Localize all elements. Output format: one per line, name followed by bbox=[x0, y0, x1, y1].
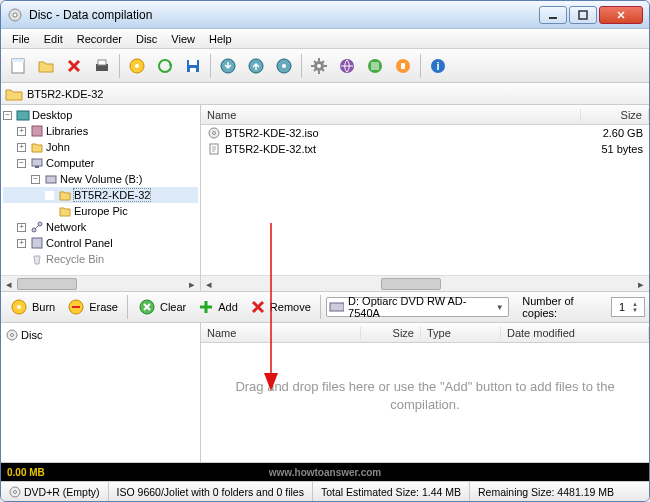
tree-bt5r2[interactable]: BT5R2-KDE-32 bbox=[3, 187, 198, 203]
svg-point-42 bbox=[11, 334, 14, 337]
add-button[interactable]: Add bbox=[193, 295, 242, 319]
copies-spinner[interactable]: ▲▼ bbox=[611, 297, 645, 317]
remove-button[interactable]: Remove bbox=[245, 295, 315, 319]
titlebar: Disc - Data compilation bbox=[1, 1, 649, 29]
svg-point-37 bbox=[17, 305, 21, 309]
size-progress-bar: 0.00 MB www.howtoanswer.com bbox=[1, 463, 649, 481]
comp-list-header: Name Size Type Date modified bbox=[201, 323, 649, 343]
close-button[interactable] bbox=[599, 6, 643, 24]
svg-rect-29 bbox=[46, 176, 56, 183]
svg-rect-2 bbox=[549, 17, 557, 19]
menu-view[interactable]: View bbox=[164, 31, 202, 47]
menu-file[interactable]: File bbox=[5, 31, 37, 47]
status-media: DVD+R (Empty) bbox=[1, 482, 109, 501]
burn-icon[interactable] bbox=[124, 53, 150, 79]
clear-button[interactable]: Clear bbox=[133, 295, 190, 319]
tree-desktop[interactable]: −Desktop bbox=[3, 107, 198, 123]
disc-icon bbox=[207, 126, 221, 140]
maximize-button[interactable] bbox=[569, 6, 597, 24]
menu-recorder[interactable]: Recorder bbox=[70, 31, 129, 47]
settings-icon[interactable] bbox=[306, 53, 332, 79]
svg-point-10 bbox=[159, 60, 171, 72]
file-row[interactable]: BT5R2-KDE-32.iso 2.60 GB bbox=[201, 125, 649, 141]
drop-message: Drag and drop files here or use the "Add… bbox=[201, 378, 649, 414]
tree-john[interactable]: +John bbox=[3, 139, 198, 155]
burn-button[interactable]: Burn bbox=[5, 295, 59, 319]
tree-libraries[interactable]: +Libraries bbox=[3, 123, 198, 139]
watermark: www.howtoanswer.com bbox=[1, 467, 649, 478]
load-icon[interactable] bbox=[215, 53, 241, 79]
status-est: Total Estimated Size: 1.44 MB bbox=[313, 482, 470, 501]
app-icon bbox=[7, 7, 23, 23]
chevron-down-icon: ▼ bbox=[496, 303, 504, 312]
file-list-pane: Name Size BT5R2-KDE-32.iso 2.60 GB BT5R2… bbox=[201, 105, 649, 291]
eject-icon[interactable] bbox=[243, 53, 269, 79]
text-file-icon bbox=[207, 142, 221, 156]
svg-point-1 bbox=[13, 13, 17, 17]
tree-europe[interactable]: Europe Pic bbox=[3, 203, 198, 219]
status-bar: DVD+R (Empty) ISO 9660/Joliet with 0 fol… bbox=[1, 481, 649, 501]
menubar: File Edit Recorder Disc View Help bbox=[1, 29, 649, 49]
erase-button[interactable]: Erase bbox=[62, 295, 122, 319]
svg-rect-12 bbox=[189, 60, 197, 65]
svg-rect-26 bbox=[32, 126, 42, 136]
folder-tree-pane: −Desktop +Libraries +John −Computer −New… bbox=[1, 105, 201, 291]
breadcrumb-bar: BT5R2-KDE-32 bbox=[1, 83, 649, 105]
comp-col-type[interactable]: Type bbox=[421, 327, 501, 339]
col-size[interactable]: Size bbox=[581, 109, 649, 121]
comp-col-name[interactable]: Name bbox=[201, 327, 361, 339]
svg-text:i: i bbox=[436, 60, 439, 72]
svg-point-45 bbox=[14, 490, 17, 493]
file-row[interactable]: BT5R2-KDE-32.txt 51 bytes bbox=[201, 141, 649, 157]
menu-disc[interactable]: Disc bbox=[129, 31, 164, 47]
status-fs: ISO 9660/Joliet with 0 folders and 0 fil… bbox=[109, 482, 313, 501]
copies-input[interactable] bbox=[612, 301, 632, 313]
svg-rect-5 bbox=[12, 59, 24, 62]
tree-recycle[interactable]: Recycle Bin bbox=[3, 251, 198, 267]
refresh-icon[interactable] bbox=[152, 53, 178, 79]
file-list-header: Name Size bbox=[201, 105, 649, 125]
tree-controlpanel[interactable]: +Control Panel bbox=[3, 235, 198, 251]
device-combo[interactable]: D: Optiarc DVD RW AD-7540A▼ bbox=[326, 297, 509, 317]
print-icon[interactable] bbox=[89, 53, 115, 79]
breadcrumb-path[interactable]: BT5R2-KDE-32 bbox=[27, 88, 103, 100]
list-hscroll[interactable]: ◂▸ bbox=[201, 275, 649, 291]
disc-root[interactable]: Disc bbox=[5, 327, 196, 343]
menu-edit[interactable]: Edit bbox=[37, 31, 70, 47]
disc-tree-pane[interactable]: Disc bbox=[1, 323, 201, 462]
tree-computer[interactable]: −Computer bbox=[3, 155, 198, 171]
tree-network[interactable]: +Network bbox=[3, 219, 198, 235]
open-icon[interactable] bbox=[33, 53, 59, 79]
menu-help[interactable]: Help bbox=[202, 31, 239, 47]
compilation-toolbar: Burn Erase Clear Add Remove D: Optiarc D… bbox=[1, 291, 649, 323]
compilation-list-pane[interactable]: Name Size Type Date modified Drag and dr… bbox=[201, 323, 649, 462]
svg-rect-13 bbox=[190, 68, 196, 72]
info-icon[interactable] bbox=[271, 53, 297, 79]
folder-tree[interactable]: −Desktop +Libraries +John −Computer −New… bbox=[1, 105, 200, 275]
col-name[interactable]: Name bbox=[201, 109, 581, 121]
hand-icon[interactable] bbox=[390, 53, 416, 79]
save-icon[interactable] bbox=[180, 53, 206, 79]
svg-rect-40 bbox=[330, 303, 344, 311]
svg-rect-7 bbox=[98, 60, 106, 65]
file-list-body[interactable]: BT5R2-KDE-32.iso 2.60 GB BT5R2-KDE-32.tx… bbox=[201, 125, 649, 275]
globe-purple-icon[interactable] bbox=[334, 53, 360, 79]
comp-col-date[interactable]: Date modified bbox=[501, 327, 649, 339]
comp-col-size[interactable]: Size bbox=[361, 327, 421, 339]
minimize-button[interactable] bbox=[539, 6, 567, 24]
svg-rect-25 bbox=[17, 111, 29, 120]
help-icon[interactable]: i bbox=[425, 53, 451, 79]
tree-hscroll[interactable]: ◂▸ bbox=[1, 275, 200, 291]
status-remain: Remaining Size: 4481.19 MB bbox=[470, 482, 649, 501]
spin-down-icon[interactable]: ▼ bbox=[632, 307, 644, 313]
globe-green-icon[interactable] bbox=[362, 53, 388, 79]
main-toolbar: i bbox=[1, 49, 649, 83]
svg-point-34 bbox=[213, 132, 216, 135]
delete-icon[interactable] bbox=[61, 53, 87, 79]
tree-newvol[interactable]: −New Volume (B:) bbox=[3, 171, 198, 187]
svg-point-19 bbox=[317, 64, 321, 68]
new-icon[interactable] bbox=[5, 53, 31, 79]
window-title: Disc - Data compilation bbox=[29, 8, 539, 22]
svg-rect-3 bbox=[579, 11, 587, 19]
svg-point-9 bbox=[135, 64, 139, 68]
